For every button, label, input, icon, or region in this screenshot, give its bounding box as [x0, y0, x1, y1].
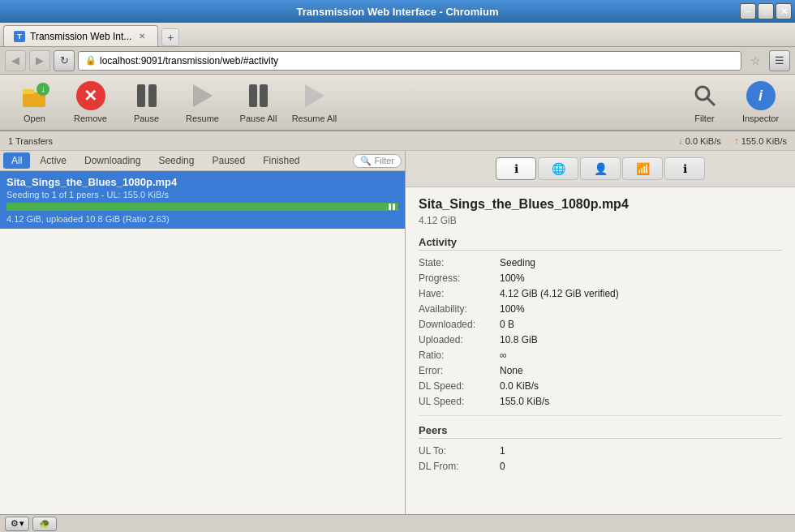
inspector-tab-info[interactable]: ℹ	[496, 157, 536, 180]
uploaded-label: Uploaded:	[419, 334, 500, 345]
progress-label: Progress:	[419, 272, 500, 284]
window-controls: ─ □ ✕	[740, 3, 792, 19]
reload-button[interactable]: ↻	[54, 50, 75, 71]
open-button[interactable]: ↓ Open	[8, 78, 61, 127]
browser-menu-buttons: ☰	[769, 50, 790, 71]
inspector-tab-details[interactable]: ℹ	[664, 157, 705, 180]
settings-button[interactable]: ⚙ ▾	[5, 517, 29, 531]
svg-line-5	[707, 98, 715, 105]
resume-all-button[interactable]: Resume All	[288, 78, 341, 127]
forward-button[interactable]: ▶	[29, 50, 50, 71]
dl-speed-row: DL Speed: 0.0 KiB/s	[419, 380, 782, 392]
tab-seeding[interactable]: Seeding	[150, 152, 202, 169]
state-label: State:	[419, 257, 500, 268]
turtle-mode-button[interactable]: 🐢	[32, 517, 57, 531]
torrent-status: Seeding to 1 of 1 peers - UL: 155.0 KiB/…	[6, 190, 398, 200]
tab-active[interactable]: Active	[32, 152, 75, 169]
inspector-content: Sita_Sings_the_Blues_1080p.mp4 4.12 GiB …	[406, 187, 795, 514]
tab-transmission[interactable]: T Transmission Web Int... ✕	[3, 25, 158, 46]
progress-value: 100%	[500, 272, 525, 284]
bookmark-button[interactable]: ☆	[745, 50, 766, 71]
svg-rect-1	[23, 89, 34, 94]
ul-speed-value: 155.0 KiB/s	[741, 136, 787, 146]
inspector-tab-files[interactable]: 📶	[622, 157, 663, 180]
open-label: Open	[24, 114, 45, 123]
svg-text:↓: ↓	[41, 84, 45, 95]
new-tab-button[interactable]: +	[161, 28, 179, 46]
minimize-button[interactable]: ─	[740, 3, 756, 19]
dl-speed-label: DL Speed:	[419, 380, 500, 392]
pause-all-icon	[244, 81, 273, 110]
filter-button[interactable]: Filter	[678, 78, 731, 127]
url-text: localhost:9091/transmission/web/#activit…	[100, 55, 278, 66]
url-bar[interactable]: 🔒 localhost:9091/transmission/web/#activ…	[78, 51, 741, 71]
torrent-list: All Active Downloading Seeding Paused Fi…	[0, 151, 406, 514]
pause-all-button[interactable]: Pause All	[232, 78, 285, 127]
maximize-button[interactable]: □	[758, 3, 774, 19]
dl-speed-value: 0.0 KiB/s	[685, 136, 721, 146]
resume-icon	[188, 81, 217, 110]
state-value: Seeding	[500, 257, 535, 268]
main-content: All Active Downloading Seeding Paused Fi…	[0, 151, 795, 514]
peers-section-title: Peers	[419, 424, 782, 439]
filter-icon	[690, 81, 720, 110]
inspector-torrent-size: 4.12 GiB	[419, 215, 782, 226]
ul-to-value: 1	[500, 445, 505, 457]
availability-label: Availability:	[419, 303, 500, 315]
tab-close-button[interactable]: ✕	[136, 31, 148, 42]
filter-search[interactable]: 🔍 Filter	[353, 154, 402, 168]
torrent-detail: 4.12 GiB, uploaded 10.8 GiB (Ratio 2.63)	[6, 214, 398, 224]
inspector-tab-peers[interactable]: 🌐	[538, 157, 578, 180]
dl-speed: ↓ 0.0 KiB/s	[678, 135, 721, 147]
speed-indicators: ↓ 0.0 KiB/s ↑ 155.0 KiB/s	[678, 135, 787, 147]
ul-to-label: UL To:	[419, 445, 500, 457]
dl-from-row: DL From: 0	[419, 461, 782, 472]
toolbar: ↓ Open ✕ Remove Pause Resume	[0, 75, 795, 131]
pause-icon	[132, 81, 161, 110]
ul-speed-row: UL Speed: 155.0 KiB/s	[419, 396, 782, 407]
inspector-button[interactable]: i Inspector	[734, 78, 787, 127]
menu-button[interactable]: ☰	[769, 50, 790, 71]
inspector-panel: ℹ 🌐 👤 📶 ℹ Sita_Sings_the_Blues_1080p.mp4…	[406, 151, 795, 514]
tab-finished[interactable]: Finished	[255, 152, 307, 169]
tab-downloading[interactable]: Downloading	[76, 152, 148, 169]
pause-indicator	[389, 204, 395, 210]
have-row: Have: 4.12 GiB (4.12 GiB verified)	[419, 288, 782, 299]
window-title: Transmission Web Interface - Chromium	[297, 6, 499, 18]
remove-label: Remove	[74, 114, 107, 123]
resume-all-label: Resume All	[292, 114, 337, 123]
tab-label: Transmission Web Int...	[30, 31, 131, 42]
state-row: State: Seeding	[419, 257, 782, 268]
inspector-tab-trackers[interactable]: 👤	[580, 157, 621, 180]
tab-bar: T Transmission Web Int... ✕ +	[0, 23, 795, 47]
filter-tabs: All Active Downloading Seeding Paused Fi…	[0, 151, 405, 171]
pause-button[interactable]: Pause	[120, 78, 173, 127]
inspector-tabs: ℹ 🌐 👤 📶 ℹ	[406, 151, 795, 187]
title-bar: Transmission Web Interface - Chromium ─ …	[0, 0, 795, 23]
inspector-torrent-title: Sita_Sings_the_Blues_1080p.mp4	[419, 197, 782, 212]
ratio-value: ∞	[500, 350, 507, 361]
dl-speed-value: 0.0 KiB/s	[500, 380, 539, 392]
downloaded-value: 0 B	[500, 319, 514, 330]
search-icon: 🔍	[360, 156, 372, 166]
resume-button[interactable]: Resume	[176, 78, 229, 127]
progress-bar-fill	[6, 203, 398, 211]
ul-to-row: UL To: 1	[419, 445, 782, 457]
status-bar: 1 Transfers ↓ 0.0 KiB/s ↑ 155.0 KiB/s	[0, 131, 795, 151]
error-value: None	[500, 365, 523, 376]
back-button[interactable]: ◀	[5, 50, 26, 71]
tab-all[interactable]: All	[3, 152, 30, 169]
turtle-icon: 🐢	[39, 518, 50, 529]
remove-button[interactable]: ✕ Remove	[64, 78, 117, 127]
ul-speed: ↑ 155.0 KiB/s	[734, 135, 787, 147]
settings-dropdown-icon: ▾	[19, 518, 24, 529]
uploaded-value: 10.8 GiB	[500, 334, 538, 345]
svg-point-4	[696, 87, 709, 100]
torrent-item[interactable]: Sita_Sings_the_Blues_1080p.mp4 Seeding t…	[0, 171, 405, 229]
close-button[interactable]: ✕	[776, 3, 792, 19]
open-icon: ↓	[20, 81, 49, 110]
error-row: Error: None	[419, 365, 782, 376]
dl-from-label: DL From:	[419, 461, 500, 472]
availability-value: 100%	[500, 303, 525, 315]
tab-paused[interactable]: Paused	[204, 152, 253, 169]
